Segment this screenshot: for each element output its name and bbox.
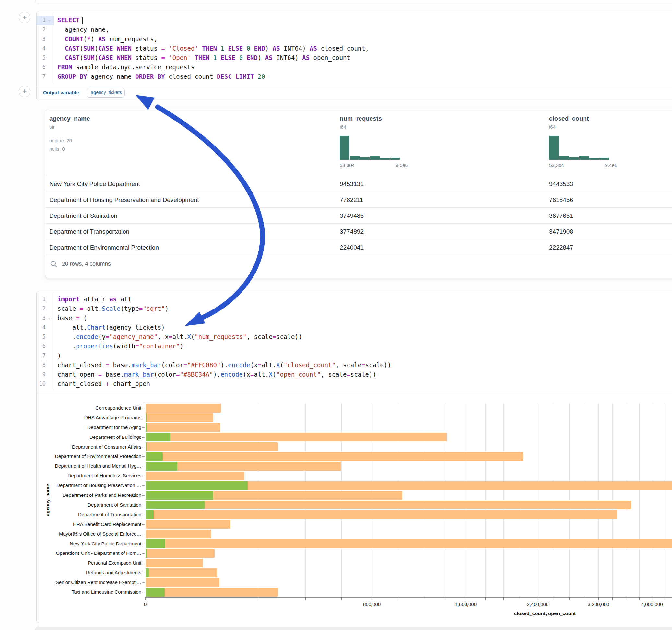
chart-bar-closed [146,568,217,577]
chart-y-axis-title: agency_name [45,484,50,516]
chart-y-tick [142,573,145,573]
chart-y-tick [142,544,145,544]
chart-x-tick-label: 0 [144,602,146,607]
chart-gridline [639,403,640,597]
chart-x-tick [569,598,570,600]
chart-x-tick [521,598,521,600]
chart-bar-closed [146,578,219,587]
chart-x-axis-title: closed_count, open_count [514,610,576,616]
chart-gridline [399,403,399,597]
chart-y-tick [142,505,145,505]
chart-gridline [626,403,626,597]
chart-y-tick [142,534,145,534]
chart-x-tick-label: 4,000,000 [641,602,663,607]
chart-y-label: Taxi and Limousine Commission [38,589,141,595]
chart-gridline [341,403,342,597]
chart-gridline [652,403,652,597]
chart-x-tick [466,598,466,600]
chart-x-tick [485,598,486,600]
chart-bar-open [146,588,165,597]
chart-bar-closed [146,471,244,480]
chart-bar-closed [146,442,278,451]
chart-y-label: Department of Consumer Affairs [38,444,141,450]
chart-bar-closed [146,520,231,529]
chart-y-tick [142,428,145,428]
chart-x-tick-label: 800,000 [363,602,381,607]
chart-x-tick [652,598,652,600]
chart-bar-closed [146,539,672,548]
chart-bar-open [146,491,213,500]
chart-gridline [554,403,554,597]
chart-x-tick [372,598,372,600]
chart-y-tick [142,485,145,486]
chart-y-label: Mayorâ€ s Office of Special Enforce… [38,531,141,537]
chart-y-label: Personal Exemption Unit [38,560,141,565]
chart-y-label: Department of Homeless Services [38,473,141,478]
chart-y-label: Senior Citizen Rent Increase Exempti… [38,579,141,585]
chart-gridline [538,403,538,597]
chart-y-label: Operations Unit - Department of Hom… [38,550,141,556]
chart-bar-closed [146,413,213,422]
chart-gridline [503,403,504,597]
chart-x-tick [584,598,584,600]
chart-bar-closed [146,433,447,441]
chart-y-label: New York City Police Department [38,541,141,547]
chart-bar-open [146,442,146,451]
chart-y-label: Department of Parks and Recreation [38,492,141,498]
chart-y-tick [142,418,145,418]
chart-gridline [485,403,486,597]
chart-y-tick [142,447,145,447]
chart-y-tick [142,582,145,583]
chart-x-tick [503,598,504,600]
chart-x-tick [538,598,538,600]
bar-chart: Correspondence UnitDHS Advantage Program… [0,0,672,630]
chart-bar-open [146,452,163,461]
chart-bar-closed [146,588,278,597]
chart-y-label: Department of Buildings [38,434,141,440]
chart-y-tick [142,553,145,554]
chart-y-label: DHS Advantage Programs [38,415,141,420]
chart-bar-closed [146,423,220,432]
chart-y-tick [142,408,145,408]
chart-y-tick [142,466,145,466]
chart-y-label: Department of Sanitation [38,502,141,508]
chart-y-tick [142,592,145,592]
chart-bar-open [146,549,147,558]
chart-y-tick [142,495,145,495]
chart-y-label: Refunds and Adjustments [38,570,141,575]
chart-x-tick-label: 3,200,000 [588,602,609,607]
chart-bar-open [146,568,149,577]
chart-bar-open [146,510,154,519]
chart-bar-closed [146,549,215,558]
chart-y-label: Department for the Aging [38,425,141,430]
chart-gridline [665,403,665,597]
chart-gridline [259,403,259,597]
chart-bar-open [146,433,170,441]
chart-x-tick-label: 1,600,000 [455,602,477,607]
chart-bar-closed [146,530,211,538]
chart-gridline [305,403,306,597]
chart-bar-closed [146,559,203,567]
chart-x-tick [626,598,626,600]
chart-y-label: Department of Transportation [38,512,141,517]
chart-gridline [521,403,521,597]
chart-gridline [372,403,372,597]
chart-bar-open [146,501,205,509]
chart-x-tick [341,598,342,600]
chart-x-tick [554,598,554,600]
chart-x-tick [613,598,613,600]
chart-gridline [584,403,584,597]
chart-y-tick [142,515,145,515]
chart-bar-closed [146,510,617,519]
chart-axis-line [145,403,145,597]
chart-gridline [613,403,613,597]
chart-y-label: Department of Health and Mental Hyg… [38,463,141,468]
chart-y-tick [142,476,145,476]
chart-bar-closed [146,501,631,509]
chart-y-label: Department of Housing Preservation … [38,483,141,488]
chart-x-tick [639,598,640,600]
chart-x-tick [399,598,399,600]
chart-y-label: Department of Environmental Protection [38,453,141,459]
chart-x-tick [598,598,599,600]
chart-gridline [569,403,570,597]
